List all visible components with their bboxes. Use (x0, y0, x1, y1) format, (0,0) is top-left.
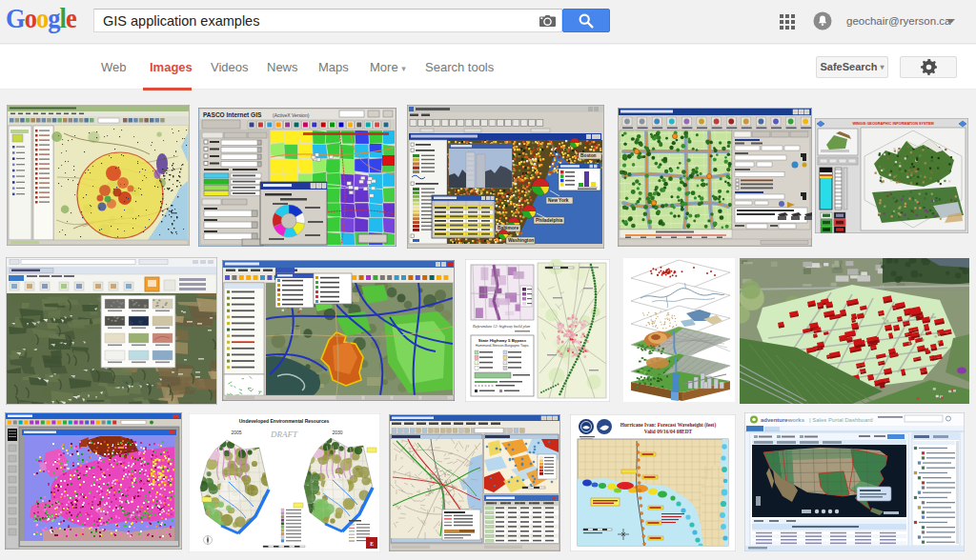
svg-text:DRAFT: DRAFT (270, 430, 298, 439)
svg-text:WINGIS GEOGRAPHIC INFORMATION: WINGIS GEOGRAPHIC INFORMATION SYSTEM (852, 122, 933, 126)
svg-text:Boston: Boston (580, 153, 597, 158)
svg-text:| Sales Portal Dashboard: | Sales Portal Dashboard (809, 417, 873, 423)
svg-text:adventureworks: adventureworks (761, 417, 805, 423)
svg-text:Washington: Washington (508, 238, 534, 243)
svg-text:Baltimore: Baltimore (498, 226, 518, 230)
svg-text:Hurricane Ivan: Forecast Waveh: Hurricane Ivan: Forecast Waveheight (fee… (620, 422, 717, 429)
svg-text:PASCO Internet GIS: PASCO Internet GIS (203, 111, 262, 118)
svg-text:Philadelphia: Philadelphia (536, 218, 563, 223)
svg-text:2030: 2030 (332, 430, 342, 435)
svg-text:New York: New York (548, 198, 569, 203)
svg-text:Referendum 12: highway build p: Referendum 12: highway build plan (472, 324, 530, 329)
svg-text:Hammond-Stinson-Burgoyne Twps.: Hammond-Stinson-Burgoyne Twps. (476, 344, 530, 348)
svg-text:State Highway 5 Bypass: State Highway 5 Bypass (478, 338, 527, 343)
svg-text:Undeveloped Environmental Reso: Undeveloped Environmental Resources (239, 418, 330, 424)
svg-text:Valid 09/16/04 08EDT: Valid 09/16/04 08EDT (644, 429, 693, 434)
svg-text:2005: 2005 (231, 430, 241, 435)
svg-text:(ActiveX Version): (ActiveX Version) (273, 112, 310, 118)
svg-text:E: E (370, 541, 374, 547)
